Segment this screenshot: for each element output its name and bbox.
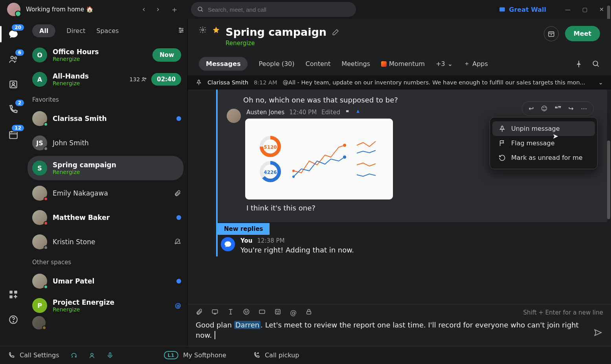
mention-chip[interactable]: Darren	[234, 321, 261, 329]
sticker-icon[interactable]	[274, 308, 281, 317]
send-icon[interactable]	[594, 328, 602, 340]
presence-status[interactable]: Working from home 🏠	[26, 6, 94, 13]
meet-button[interactable]: Meet	[565, 26, 600, 41]
star-icon[interactable]	[212, 26, 220, 34]
format-icon[interactable]	[227, 308, 234, 317]
svg-rect-2	[500, 7, 505, 12]
close-icon[interactable]: ✕	[599, 6, 604, 13]
conv-sub: Renergize	[53, 80, 124, 86]
forward-icon[interactable]: ↪	[569, 105, 574, 112]
svg-point-43	[247, 311, 248, 312]
conv-kristin[interactable]: Kristin Stone	[27, 230, 187, 254]
call-settings[interactable]: Call Settings	[8, 351, 59, 359]
composer-text: Good plan	[196, 321, 234, 329]
avatar[interactable]	[227, 109, 241, 123]
org-name[interactable]: Great Wall	[499, 6, 546, 13]
search-input[interactable]	[208, 6, 350, 13]
pickup-icon	[253, 352, 260, 359]
attach-icon[interactable]	[196, 308, 203, 317]
maximize-icon[interactable]: ▢	[582, 6, 587, 13]
time-pill[interactable]: 02:40	[151, 73, 181, 86]
now-pill[interactable]: Now	[152, 48, 181, 62]
reply-icon[interactable]: ↩	[528, 105, 534, 112]
composer-input[interactable]: Good plan Darren. Let's meet to review t…	[196, 320, 603, 340]
pin-icon[interactable]	[575, 60, 583, 68]
composer-toolbar: @ Shift + Enter for a new line	[196, 308, 603, 317]
conv-more[interactable]	[27, 318, 187, 328]
profile-icon[interactable]	[88, 352, 95, 359]
softphone-selector[interactable]: L1 My Softphone	[164, 351, 226, 359]
filter-spaces[interactable]: Spaces	[96, 27, 119, 35]
quote-icon[interactable]: ❝❞	[554, 105, 561, 112]
headset-icon[interactable]	[70, 352, 77, 359]
rail-teams-icon[interactable]: 6	[7, 53, 20, 66]
conversation-list[interactable]: O Office Hours Renergize Now A All-Hands…	[27, 43, 187, 346]
lock-icon[interactable]	[305, 308, 312, 317]
ctx-flag[interactable]: Flag message	[492, 136, 595, 150]
tab-messages[interactable]: Messages	[199, 57, 248, 71]
conv-title: Emily Nakagawa	[53, 189, 169, 197]
call-pickup[interactable]: Call pickup	[253, 351, 299, 359]
emoji-icon[interactable]	[243, 308, 250, 317]
filter-all[interactable]: All	[32, 24, 55, 37]
message-attachment[interactable]: 5120 4226	[246, 120, 392, 198]
conv-matthew[interactable]: Matthew Baker	[27, 205, 187, 230]
conv-emily[interactable]: Emily Nakagawa	[27, 181, 187, 205]
gif-icon[interactable]	[259, 308, 266, 317]
rail-apps-icon[interactable]	[7, 288, 20, 301]
nav-back-icon[interactable]: ‹	[142, 4, 145, 15]
conv-umar[interactable]: Umar Patel	[27, 269, 187, 293]
svg-rect-11	[9, 291, 13, 294]
mic-icon[interactable]	[106, 352, 114, 359]
rail-messaging-icon[interactable]: 20	[7, 27, 20, 41]
conv-clarissa[interactable]: Clarissa Smith	[27, 106, 187, 131]
tab-momentum[interactable]: Momentum	[381, 60, 425, 68]
pinned-message-bar[interactable]: Clarissa Smith 8:12 AM @All - Hey team, …	[188, 75, 611, 90]
new-replies-marker[interactable]: New replies	[218, 223, 270, 235]
tab-more[interactable]: +3 ⌄	[436, 60, 453, 68]
chat-tabs: Messages People (30) Content Meetings Mo…	[188, 50, 611, 75]
mention-icon[interactable]: @	[290, 309, 297, 316]
conv-all-hands[interactable]: A All-Hands Renergize 132 02:40	[27, 67, 187, 91]
more-icon[interactable]: ⋯	[581, 105, 587, 112]
tab-content[interactable]: Content	[306, 60, 331, 68]
unread-dot	[176, 215, 181, 220]
avatar[interactable]	[221, 237, 235, 251]
messages-scrollbar[interactable]	[606, 93, 610, 300]
messages-area[interactable]: Oh no, which one was that supposed to be…	[188, 90, 611, 304]
flag-icon[interactable]	[345, 110, 350, 115]
minimize-icon[interactable]: —	[565, 6, 571, 13]
svg-text:5120: 5120	[264, 145, 277, 150]
gear-icon[interactable]	[199, 26, 207, 34]
user-avatar[interactable]	[7, 3, 20, 16]
rail-help-icon[interactable]	[7, 313, 20, 326]
avatar: S	[32, 161, 47, 176]
search-box[interactable]	[191, 2, 356, 17]
ctx-unpin[interactable]: Unpin message	[492, 121, 595, 136]
tab-apps[interactable]: ＋Apps	[464, 60, 488, 68]
unread-dot	[176, 279, 181, 284]
conv-office-hours[interactable]: O Office Hours Renergize Now	[27, 43, 187, 67]
conv-project-energize[interactable]: P Project Energize Renergize @	[27, 293, 187, 318]
rail-calling-icon[interactable]: 2	[7, 103, 20, 116]
tab-meetings[interactable]: Meetings	[341, 60, 370, 68]
react-icon[interactable]: ☺	[541, 105, 548, 112]
rail-calendar-icon[interactable]: 12	[7, 128, 20, 141]
svg-point-0	[198, 7, 202, 11]
pinned-icon[interactable]	[355, 110, 361, 115]
edit-icon[interactable]	[332, 29, 339, 36]
chevron-down-icon[interactable]: ⌄	[598, 79, 603, 86]
conv-title: Office Hours	[53, 48, 147, 56]
conv-john[interactable]: JS John Smith	[27, 131, 187, 155]
ctx-mark-unread[interactable]: Mark as unread for me	[492, 150, 595, 165]
conv-spring-campaign[interactable]: S Spring campaign Renergize	[28, 156, 183, 180]
filter-direct[interactable]: Direct	[66, 27, 85, 35]
nav-forward-icon[interactable]: ›	[156, 4, 160, 15]
tab-people[interactable]: People (30)	[259, 60, 294, 68]
new-tab-icon[interactable]: ＋	[171, 4, 178, 15]
rail-contacts-icon[interactable]	[7, 78, 20, 91]
filter-menu-icon[interactable]	[177, 27, 185, 35]
search-icon[interactable]	[592, 60, 600, 68]
schedule-button[interactable]	[544, 26, 559, 41]
screen-capture-icon[interactable]	[211, 308, 218, 317]
